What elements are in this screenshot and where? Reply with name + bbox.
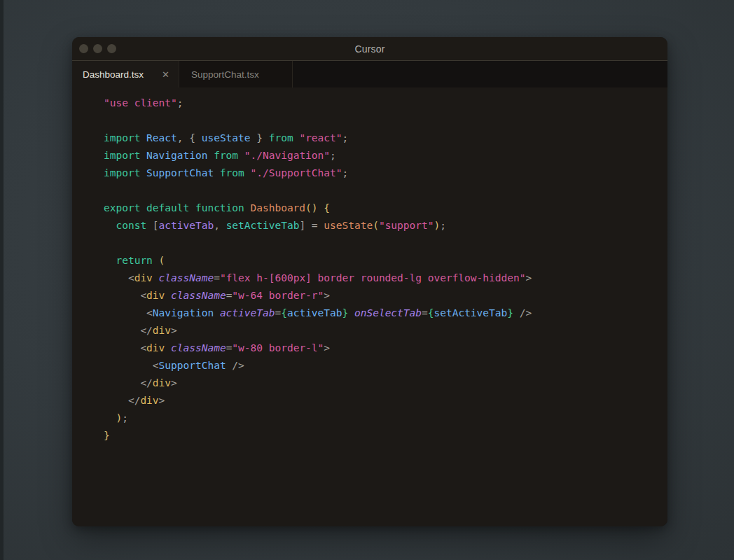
code-line: "use client"; (104, 94, 667, 112)
window-title: Cursor (72, 43, 667, 55)
desktop-left-edge-strip (0, 0, 4, 560)
code-line: </div> (104, 374, 667, 392)
code-line: </div> (104, 392, 667, 410)
code-line: <Navigation activeTab={activeTab} onSele… (104, 304, 667, 322)
code-line: <div className="w-64 border-r"> (104, 287, 667, 304)
code-line (104, 182, 667, 200)
code-line: import Navigation from "./Navigation"; (104, 147, 667, 164)
tab-dashboard-label: Dashboard.tsx (83, 69, 144, 80)
close-icon[interactable]: ✕ (162, 70, 169, 79)
code-line: import SupportChat from "./SupportChat"; (104, 164, 667, 182)
editor-window: Cursor Dashboard.tsx ✕ SupportChat.tsx "… (72, 37, 667, 526)
code-line (104, 234, 667, 252)
tab-supportchat[interactable]: SupportChat.tsx (179, 61, 293, 88)
code-line: import React, { useState } from "react"; (104, 130, 667, 147)
tab-dashboard[interactable]: Dashboard.tsx ✕ (72, 61, 179, 88)
code-line: return ( (104, 252, 667, 270)
code-line: ); (104, 410, 667, 427)
tab-bar: Dashboard.tsx ✕ SupportChat.tsx (72, 61, 667, 88)
code-line: export default function Dashboard() { (104, 200, 667, 217)
code-line: } (104, 427, 667, 444)
tab-supportchat-label: SupportChat.tsx (191, 69, 259, 80)
code-line: <div className="w-80 border-l"> (104, 340, 667, 357)
code-line: <div className="flex h-[600px] border ro… (104, 270, 667, 287)
code-line: <SupportChat /> (104, 357, 667, 374)
code-editor[interactable]: "use client";import React, { useState } … (72, 88, 667, 526)
code-line (104, 112, 667, 130)
title-bar: Cursor (72, 37, 667, 61)
code-line: </div> (104, 322, 667, 340)
code-line: const [activeTab, setActiveTab] = useSta… (104, 217, 667, 234)
